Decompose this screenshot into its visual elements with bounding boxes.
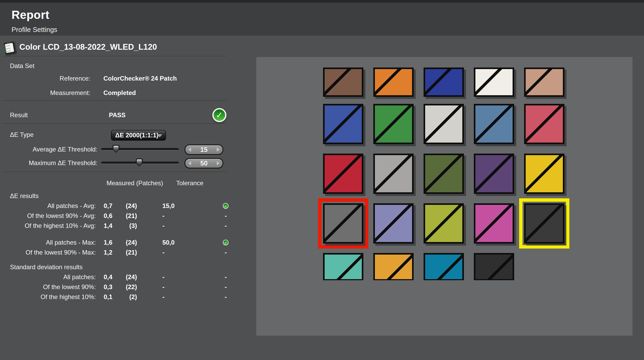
tolerance-value: - xyxy=(162,212,193,220)
clipboard-checklist-icon xyxy=(3,40,17,55)
color-patch xyxy=(424,68,464,97)
patch-diagonal-line xyxy=(474,104,514,143)
status-dash: - xyxy=(216,283,236,291)
patch-count: (21) xyxy=(120,249,137,256)
patch-diagonal-line xyxy=(474,154,514,193)
status-dash: - xyxy=(216,212,236,220)
patch-diagonal-line xyxy=(424,254,464,280)
patch-diagonal-line xyxy=(373,254,414,280)
avg-threshold-slider[interactable] xyxy=(101,148,179,151)
patch-diagonal-line xyxy=(424,203,464,243)
color-patch xyxy=(424,104,464,144)
profile-name: Color LCD_13-08-2022_WLED_L120 xyxy=(19,42,157,52)
patch-panel: Save report... Add to Trending xyxy=(256,57,632,336)
color-patch xyxy=(524,68,564,97)
patch-diagonal-line xyxy=(524,68,564,96)
max-threshold-stepper[interactable]: 50 xyxy=(185,158,223,168)
pass-status-icon: ✓ xyxy=(216,240,236,245)
max-threshold-slider-thumb[interactable] xyxy=(136,159,143,166)
patch-diagonal-line xyxy=(323,104,363,143)
arrow-right-icon[interactable] xyxy=(217,148,220,152)
arrow-left-icon[interactable] xyxy=(188,148,191,152)
color-patch xyxy=(373,154,414,194)
de-results-section-label: ΔE results xyxy=(0,191,236,201)
patch-count: (24) xyxy=(120,273,137,281)
measurement-value: Completed xyxy=(103,88,136,98)
measured-value: 1,2 xyxy=(104,249,120,256)
avg-threshold-stepper[interactable]: 15 xyxy=(185,144,223,155)
table-row: All patches - Max:1,6(24)50,0✓ xyxy=(0,238,236,248)
max-threshold-value: 50 xyxy=(200,160,208,167)
table-row: Of the lowest 90% - Max:1,2(21)-- xyxy=(0,248,236,257)
avg-threshold-slider-thumb[interactable] xyxy=(113,145,119,153)
color-patch xyxy=(323,154,363,194)
tolerance-value: - xyxy=(162,249,193,256)
divider xyxy=(3,123,227,124)
color-patch xyxy=(524,154,564,194)
patch-diagonal-line xyxy=(424,104,464,143)
color-patch xyxy=(474,253,514,280)
arrow-right-icon[interactable] xyxy=(217,161,220,165)
patch-diagonal-line xyxy=(373,68,414,96)
tolerance-value: - xyxy=(162,283,193,291)
patch-diagonal-line xyxy=(323,254,363,280)
patch-diagonal-line xyxy=(524,104,564,143)
std-deviation-section-label: Standard deviation results xyxy=(0,262,236,272)
column-header-measured: Measured (Patches) xyxy=(105,178,165,188)
table-row: Of the lowest 90% - Avg:0,6(21)-- xyxy=(0,211,236,221)
row-label: Of the highest 10% - Avg: xyxy=(0,222,96,229)
measurement-label: Measurement: xyxy=(0,88,90,98)
color-patch xyxy=(474,154,514,194)
color-patch xyxy=(373,203,414,244)
avg-threshold-value: 15 xyxy=(200,146,208,154)
row-label: Of the lowest 90% - Avg: xyxy=(0,212,96,220)
color-patch xyxy=(424,253,464,280)
color-patch xyxy=(373,68,414,97)
result-label: Result xyxy=(10,110,28,120)
divider xyxy=(3,172,227,172)
measured-value: 1,6 xyxy=(104,239,120,246)
max-threshold-slider[interactable] xyxy=(101,162,179,164)
max-threshold-label: Maximum ΔE Threshold: xyxy=(0,158,97,168)
color-patch xyxy=(424,154,464,194)
page-title: Report xyxy=(12,8,49,21)
row-label: Of the lowest 90% - Max: xyxy=(0,249,96,256)
table-row: All patches:0,4(24)-- xyxy=(0,272,236,282)
table-row: Of the highest 10% - Avg:1,4(3)-- xyxy=(0,221,236,231)
patch-diagonal-line xyxy=(474,254,514,280)
de-type-dropdown[interactable]: ΔE 2000(1:1:1) xyxy=(111,130,166,140)
measured-value: 0,3 xyxy=(104,283,120,291)
measured-value: 0,1 xyxy=(104,293,120,301)
measured-value: 1,4 xyxy=(104,222,120,229)
page-subtitle: Profile Settings xyxy=(12,26,57,34)
color-patch xyxy=(474,203,514,244)
results-table: ΔE resultsAll patches - Avg:0,7(24)15,0✓… xyxy=(0,191,236,302)
status-dash: - xyxy=(216,249,236,256)
row-label: All patches - Max: xyxy=(0,239,96,246)
column-header-tolerance: Tolerance xyxy=(173,178,207,188)
arrow-left-icon[interactable] xyxy=(188,161,191,165)
row-label: Of the lowest 90%: xyxy=(0,283,96,291)
color-patch xyxy=(424,203,464,244)
check-circle-icon: ✓ xyxy=(212,108,226,122)
tolerance-value: - xyxy=(162,222,193,229)
color-patch xyxy=(474,68,514,97)
patch-count: (21) xyxy=(120,212,137,220)
patch-diagonal-line xyxy=(323,154,363,193)
color-patch xyxy=(373,104,414,144)
patch-count: (24) xyxy=(120,202,137,210)
status-dash: - xyxy=(216,273,236,281)
color-patch xyxy=(323,203,363,244)
color-patch xyxy=(323,253,363,280)
measured-value: 0,4 xyxy=(104,273,120,281)
tolerance-value: - xyxy=(162,293,193,301)
divider xyxy=(3,100,227,101)
de-type-selected: ΔE 2000(1:1:1) xyxy=(115,132,158,139)
patch-diagonal-line xyxy=(323,203,363,243)
table-row: Of the highest 10%:0,1(2)-- xyxy=(0,292,236,302)
pass-status-icon: ✓ xyxy=(216,203,236,209)
measured-value: 0,6 xyxy=(104,212,120,220)
de-type-label: ΔE Type xyxy=(10,130,34,139)
row-label: All patches: xyxy=(0,273,96,281)
color-patch xyxy=(373,253,414,280)
